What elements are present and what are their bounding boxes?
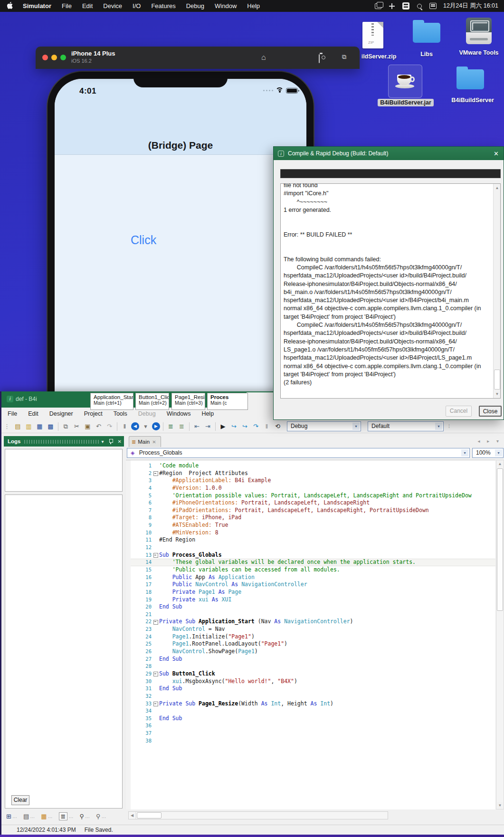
code-line-29[interactable]: 29Sub Button1_Click	[131, 670, 495, 678]
desktop-label-vmware[interactable]: VMware Tools	[455, 49, 503, 56]
code-line-1[interactable]: 1'Code module	[131, 462, 495, 470]
editor-vertical-scrollbar[interactable]: ▲ ▼	[496, 460, 504, 809]
scroll-up-icon[interactable]: ▲	[494, 184, 500, 191]
fold-collapse-icon[interactable]	[152, 470, 159, 477]
code-line-31[interactable]: 31End Sub	[131, 685, 495, 693]
cut-icon[interactable]: ✂	[72, 422, 82, 431]
menu-i-o[interactable]: I/O	[127, 2, 146, 10]
code-line-22[interactable]: 22Private Sub Application_Start (Nav As …	[131, 618, 495, 626]
desktop-label-libs[interactable]: Libs	[412, 51, 441, 57]
quick-search-icon[interactable]: ≣	[59, 812, 68, 820]
undo-icon[interactable]: ↶	[94, 422, 104, 431]
code-line-17[interactable]: 17 Public NavControl As NavigationContro…	[131, 581, 495, 589]
editor-zoom-dropdown[interactable]: 100% ▾	[472, 448, 504, 458]
input-source-icon[interactable]	[429, 3, 437, 9]
desktop-icon-libs[interactable]	[413, 23, 440, 43]
desktop-icon-jar[interactable]	[388, 65, 422, 98]
menu-window[interactable]: Window	[209, 2, 242, 10]
menu-app-name[interactable]: Simulator	[18, 2, 57, 10]
ide-menu-debug[interactable]: Debug	[133, 409, 161, 418]
step-over-icon[interactable]: ↪	[240, 422, 250, 431]
code-line-8[interactable]: 8 #Target: iPhone, iPad	[131, 514, 495, 522]
expand-dots[interactable]: …	[101, 814, 106, 819]
code-line-24[interactable]: 24 Page1.Initialize("Page1")	[131, 633, 495, 641]
new-file-icon[interactable]: ▤	[13, 422, 23, 431]
code-line-36[interactable]: 36	[131, 722, 495, 730]
click-button[interactable]: Click	[131, 233, 156, 247]
ide-menu-edit[interactable]: Edit	[23, 409, 43, 418]
forward-icon[interactable]: ▶	[152, 422, 160, 430]
code-line-16[interactable]: 16 Public App As Application	[131, 574, 495, 581]
code-line-37[interactable]: 37	[131, 730, 495, 737]
panel-close-icon[interactable]: ✕	[118, 439, 122, 444]
code-line-11[interactable]: 11#End Region	[131, 536, 495, 544]
back-dropdown-icon[interactable]: ▾	[141, 422, 151, 431]
scroll-up-icon[interactable]: ▲	[497, 460, 503, 467]
desktop-label-buildserver[interactable]: B4iBuildServer	[447, 97, 499, 104]
dialog-close-icon[interactable]: ✕	[494, 150, 499, 157]
step-out-icon[interactable]: ↷	[251, 422, 261, 431]
tab-right-icon[interactable]: ⇥	[203, 422, 213, 431]
fold-collapse-icon[interactable]	[152, 700, 159, 708]
redo-icon[interactable]: ↷	[105, 422, 114, 431]
minimize-traffic-light[interactable]	[51, 55, 57, 60]
code-line-32[interactable]: 32	[131, 693, 495, 700]
logs-output-box[interactable]	[5, 495, 123, 808]
zoom-traffic-light[interactable]	[60, 55, 66, 60]
copy-icon[interactable]: ⧉	[61, 422, 71, 431]
panel-pin-icon[interactable]	[109, 439, 113, 444]
tab-left-icon[interactable]: ⇤	[192, 422, 202, 431]
tab-scroll-arrows[interactable]: ◂ ▸ ▾	[477, 438, 502, 444]
code-line-3[interactable]: 3 #ApplicationLabel: B4i Example	[131, 477, 495, 485]
cursor-icon[interactable]	[389, 3, 395, 9]
code-line-28[interactable]: 28	[131, 663, 495, 670]
scrollbar-thumb[interactable]	[494, 370, 500, 390]
close-tab-icon[interactable]: ✕	[152, 439, 156, 445]
bookmark-icon[interactable]: ‖	[120, 422, 130, 431]
home-button-icon[interactable]: ⌂	[261, 53, 266, 62]
module-tab-main[interactable]: ≣ Main ✕	[129, 436, 161, 447]
expand-dots[interactable]: …	[85, 814, 90, 819]
save-all-icon[interactable]: ▩	[46, 422, 56, 431]
find-icon[interactable]: ⚲	[79, 813, 84, 820]
pause-icon[interactable]: ‖	[262, 422, 272, 431]
code-line-33[interactable]: 33Private Sub Page1_Resize(Width As Int,…	[131, 700, 495, 708]
expand-dots[interactable]: …	[30, 814, 35, 819]
code-line-5[interactable]: 5 'Orientation possible values: Portrait…	[131, 492, 495, 500]
ide-menu-help[interactable]: Help	[197, 409, 219, 418]
scroll-down-icon[interactable]: ▼	[497, 802, 503, 809]
code-line-9[interactable]: 9 #ATSEnabled: True	[131, 522, 495, 529]
dialog-scrollbar[interactable]: ▲ ▼	[493, 184, 500, 398]
code-line-23[interactable]: 23 NavControl = Nav	[131, 626, 495, 633]
code-line-18[interactable]: 18 Private Page1 As Page	[131, 589, 495, 596]
modules-icon[interactable]: ⊞	[6, 813, 11, 820]
menu-bar-clock[interactable]: 12月24日 周六 16:01	[443, 2, 498, 10]
expand-dots[interactable]: …	[68, 814, 74, 819]
apple-menu-icon[interactable]	[7, 2, 13, 10]
code-line-4[interactable]: 4 #Version: 1.0.0	[131, 485, 495, 492]
clear-logs-button[interactable]: Clear	[11, 795, 29, 805]
keyboard-icon[interactable]	[402, 2, 409, 10]
ide-menu-designer[interactable]: Designer	[45, 409, 78, 418]
step-into-icon[interactable]: ↪	[229, 422, 239, 431]
code-line-20[interactable]: 20End Sub	[131, 603, 495, 611]
scrollbar-thumb[interactable]	[497, 468, 503, 611]
dialog-title-bar[interactable]: i Compile & Rapid Debug (Build: Default)…	[274, 147, 504, 160]
fold-collapse-icon[interactable]	[152, 552, 159, 559]
code-line-21[interactable]: 21	[131, 611, 495, 618]
menu-device[interactable]: Device	[98, 2, 127, 10]
logs-panel-header[interactable]: Logs ▾ ✕	[4, 436, 124, 447]
stage-manager-icon[interactable]	[375, 3, 381, 9]
code-line-2[interactable]: 2#Region Project Attributes	[131, 470, 495, 477]
code-area[interactable]: 1'Code module2#Region Project Attributes…	[126, 460, 495, 809]
scroll-left-icon[interactable]: ◀	[129, 812, 136, 819]
expand-dots[interactable]: …	[48, 814, 53, 819]
bookmarks-icon[interactable]: ▤	[23, 813, 29, 820]
ide-menu-tools[interactable]: Tools	[109, 409, 132, 418]
code-line-34[interactable]: 34	[131, 707, 495, 715]
build-output-box[interactable]: file not found#import "iCore.h" ^~~~~~~~…	[280, 183, 501, 399]
screenshot-icon[interactable]	[319, 55, 320, 63]
code-line-7[interactable]: 7 #iPadOrientations: Portrait, Landscape…	[131, 507, 495, 514]
desktop-icon-vmware[interactable]	[466, 18, 492, 44]
code-line-10[interactable]: 10 #MinVersion: 8	[131, 529, 495, 537]
